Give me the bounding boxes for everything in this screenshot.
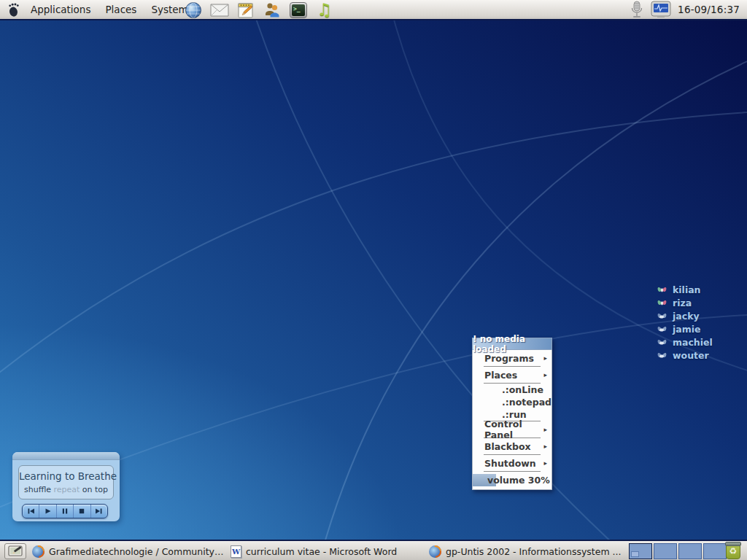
pause-button[interactable] bbox=[56, 505, 73, 518]
buddy-jacky[interactable]: jacky bbox=[657, 309, 713, 322]
submenu-arrow-icon: ▸ bbox=[543, 459, 547, 467]
buddy-riza[interactable]: riza bbox=[657, 296, 713, 309]
player-info-panel: Learning to Breathe shuffle repeat on to… bbox=[18, 465, 114, 499]
top-panel: Applications Places System bbox=[0, 0, 747, 20]
buddy-name: jacky bbox=[673, 311, 700, 322]
buddy-jamie[interactable]: jamie bbox=[657, 322, 713, 335]
gnome-foot-icon[interactable] bbox=[6, 2, 21, 18]
menu-item-label: Control Panel bbox=[484, 419, 551, 440]
task-label: gp-Untis 2002 - Informationssystem ... bbox=[446, 546, 622, 557]
buddy-offline-icon bbox=[657, 338, 667, 347]
taskbar-task-curriculum-vitae[interactable]: W curriculum vitae - Microsoft Word bbox=[228, 542, 423, 560]
email-icon[interactable] bbox=[210, 1, 229, 19]
show-desktop-button[interactable] bbox=[4, 543, 26, 559]
submenu-arrow-icon: ▸ bbox=[543, 443, 547, 450]
menu-places[interactable]: Places bbox=[104, 4, 138, 15]
menu-item-shutdown[interactable]: Shutdown ▸ bbox=[473, 455, 551, 471]
submenu-arrow-icon: ▸ bbox=[543, 426, 547, 433]
web-browser-icon[interactable] bbox=[184, 1, 203, 19]
terminal-icon[interactable]: >_ bbox=[289, 1, 308, 19]
buddy-kilian[interactable]: kilian bbox=[657, 283, 713, 296]
menu-item-programs[interactable]: Programs ▸ bbox=[473, 350, 551, 366]
task-label: curriculum vitae - Microsoft Word bbox=[246, 546, 397, 557]
panel-right-cluster: 16-09/16:37 bbox=[630, 0, 740, 19]
buddy-name: wouter bbox=[673, 350, 709, 361]
menu-applications[interactable]: Applications bbox=[29, 4, 92, 15]
submenu-arrow-icon: ▸ bbox=[543, 354, 547, 362]
menu-item-places[interactable]: Places ▸ bbox=[473, 367, 551, 383]
blackbox-menu-body: Programs ▸ Places ▸ .:onLine .:notepad .… bbox=[472, 350, 552, 490]
stop-button[interactable] bbox=[73, 505, 90, 518]
buddy-list: kilian riza jacky jamie bbox=[657, 283, 713, 362]
task-label: Grafimediatechnologie / Community ... bbox=[49, 546, 225, 557]
menu-item-label: Places bbox=[484, 370, 517, 381]
panel-menu-bar: Applications Places System bbox=[29, 0, 190, 19]
recycle-icon: ♻ bbox=[729, 547, 738, 556]
ontop-toggle[interactable]: on top bbox=[82, 485, 108, 494]
panel-launchers: >_ ♫ bbox=[184, 1, 334, 19]
next-button[interactable] bbox=[90, 505, 107, 518]
player-controls bbox=[22, 504, 108, 518]
menu-item-online[interactable]: .:onLine bbox=[473, 384, 551, 396]
menu-item-label: Programs bbox=[484, 353, 534, 364]
trash-applet[interactable]: ♻ bbox=[724, 542, 743, 560]
menu-item-blackbox[interactable]: Blackbox ▸ bbox=[473, 438, 551, 454]
buddy-wouter[interactable]: wouter bbox=[657, 349, 713, 362]
submenu-arrow-icon: ▸ bbox=[543, 371, 547, 378]
buddy-offline-icon bbox=[657, 351, 667, 360]
previous-button[interactable] bbox=[23, 505, 39, 518]
player-toggles: shuffle repeat on top bbox=[19, 482, 113, 494]
menu-item-volume[interactable]: volume 30% bbox=[473, 472, 551, 489]
notes-icon[interactable] bbox=[236, 1, 255, 19]
taskbar: Grafimediatechnologie / Community ... W … bbox=[0, 540, 747, 560]
buddy-offline-icon bbox=[657, 311, 667, 321]
workspace-1[interactable] bbox=[629, 543, 652, 559]
blackbox-menu-title: ! no media loaded bbox=[472, 338, 552, 350]
buddy-name: kilian bbox=[673, 284, 701, 295]
taskbar-task-grafimediatechnologie[interactable]: Grafimediatechnologie / Community ... bbox=[29, 542, 228, 560]
panel-clock[interactable]: 16-09/16:37 bbox=[678, 4, 740, 15]
blackbox-menu: ! no media loaded Programs ▸ Places ▸ .:… bbox=[472, 338, 552, 490]
track-title: Learning to Breathe bbox=[19, 470, 113, 482]
menu-item-label: .:onLine bbox=[502, 384, 543, 395]
msword-icon: W bbox=[231, 545, 241, 558]
buddy-machiel[interactable]: machiel bbox=[657, 335, 713, 349]
system-monitor-icon[interactable] bbox=[651, 1, 671, 18]
workspace-3[interactable] bbox=[678, 543, 702, 559]
repeat-toggle[interactable]: repeat bbox=[53, 485, 80, 494]
buddy-offline-icon bbox=[657, 324, 667, 334]
music-player-icon[interactable]: ♫ bbox=[315, 1, 334, 19]
menu-item-notepad[interactable]: .:notepad bbox=[473, 396, 551, 408]
workspace-window-thumb bbox=[631, 551, 639, 557]
buddy-name: riza bbox=[673, 298, 692, 308]
messenger-users-icon[interactable] bbox=[263, 1, 282, 19]
menu-item-control-panel[interactable]: Control Panel ▸ bbox=[473, 421, 551, 438]
microphone-icon[interactable] bbox=[630, 1, 644, 18]
menu-item-label: Blackbox bbox=[484, 441, 531, 452]
menu-item-label: Shutdown bbox=[484, 458, 536, 469]
menu-item-label: volume 30% bbox=[473, 475, 550, 486]
music-player-widget[interactable]: Learning to Breathe shuffle repeat on to… bbox=[12, 452, 120, 521]
menu-item-label: .:notepad bbox=[502, 397, 551, 408]
shuffle-toggle[interactable]: shuffle bbox=[24, 485, 51, 494]
buddy-online-icon bbox=[657, 285, 667, 295]
buddy-online-icon bbox=[657, 298, 667, 308]
firefox-icon bbox=[429, 545, 441, 558]
buddy-name: jamie bbox=[673, 324, 701, 335]
show-desktop-icon bbox=[8, 545, 23, 558]
trash-icon: ♻ bbox=[726, 543, 740, 559]
firefox-icon bbox=[32, 545, 44, 558]
taskbar-task-gp-untis[interactable]: gp-Untis 2002 - Informationssystem ... bbox=[426, 542, 626, 560]
player-title-strip[interactable] bbox=[12, 452, 120, 460]
buddy-name: machiel bbox=[673, 337, 713, 348]
workspace-2[interactable] bbox=[654, 543, 677, 559]
desktop: Applications Places System bbox=[0, 0, 747, 560]
play-button[interactable] bbox=[39, 505, 55, 518]
workspace-switcher bbox=[629, 543, 727, 559]
